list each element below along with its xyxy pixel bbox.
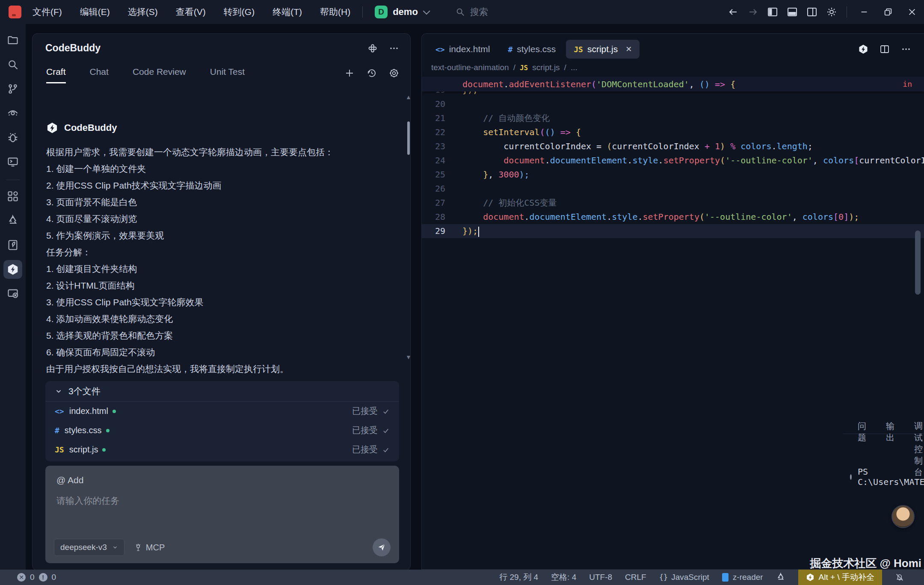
- code-review-eye-icon[interactable]: [3, 104, 22, 123]
- reader-extension[interactable]: z-reader: [722, 573, 763, 582]
- editor-tab-label: index.html: [449, 44, 490, 54]
- breadcrumb-separator: /: [513, 63, 515, 72]
- panel-tab[interactable]: Code Review: [133, 67, 186, 83]
- more-ellipsis-icon[interactable]: [389, 43, 399, 53]
- breadcrumb-more[interactable]: ...: [571, 63, 578, 72]
- source-control-icon[interactable]: [3, 80, 22, 98]
- close-tab-icon[interactable]: ✕: [625, 44, 632, 54]
- bottom-panel: 问题输出调试控制台终端评论: [843, 434, 924, 554]
- debug-bug-icon[interactable]: [3, 128, 22, 147]
- editor-tab[interactable]: JS script.js ✕: [566, 40, 640, 59]
- scroll-up-arrow[interactable]: ▲: [406, 94, 411, 100]
- divider: [847, 6, 847, 18]
- panel-tab[interactable]: Craft: [46, 67, 66, 83]
- extensions-grid-icon[interactable]: [3, 187, 22, 206]
- model-select[interactable]: deepseek-v3: [54, 539, 124, 556]
- avatar[interactable]: [891, 505, 915, 528]
- file-row[interactable]: # styles.css 已接受: [45, 421, 399, 440]
- completion-badge[interactable]: Alt + \ 手动补全: [798, 570, 882, 585]
- eol-setting[interactable]: CRLF: [625, 573, 646, 582]
- explorer-folder-icon[interactable]: [3, 31, 22, 50]
- remote-terminal-icon[interactable]: [3, 153, 22, 171]
- panel-tab[interactable]: Unit Test: [210, 67, 245, 83]
- braces-icon: {}: [659, 573, 668, 582]
- line-number: 21: [422, 111, 445, 125]
- toggle-right-panel-icon[interactable]: [802, 3, 822, 21]
- send-button[interactable]: [373, 538, 391, 556]
- codebuddy-icon[interactable]: [858, 44, 868, 54]
- chat-message-line: 3. 页面背景不能是白色: [46, 198, 390, 207]
- task-composer[interactable]: @ Add 请输入你的任务 deepseek-v3 MCP: [45, 466, 399, 563]
- close-icon[interactable]: [900, 3, 924, 21]
- docs-book-icon[interactable]: [3, 236, 22, 254]
- remote-disconnect-icon[interactable]: [3, 284, 22, 303]
- notifications-muted-bell-icon[interactable]: [895, 573, 904, 582]
- file-row[interactable]: JS script.js 已接受: [45, 440, 399, 459]
- search-label: 搜索: [470, 6, 488, 18]
- line-number: 28: [422, 210, 445, 224]
- settings-gear-icon[interactable]: [822, 3, 841, 21]
- menu-item[interactable]: 转到(G): [224, 6, 255, 18]
- code-line: 25 }, 3000);: [422, 168, 924, 182]
- chat-message-line: 4. 添加动画效果使轮廓动态变化: [46, 314, 390, 324]
- menu-item[interactable]: 选择(S): [128, 6, 158, 18]
- forward-icon[interactable]: [743, 3, 763, 21]
- project-switcher[interactable]: D demo: [375, 6, 428, 18]
- scroll-down-arrow[interactable]: ▼: [406, 354, 411, 360]
- code-editor[interactable]: document.addEventListener('DOMContentLoa…: [422, 77, 924, 419]
- file-name: script.js: [69, 445, 98, 455]
- dock-icon[interactable]: [367, 43, 378, 53]
- menu-item[interactable]: 编辑(E): [80, 6, 110, 18]
- files-card-header[interactable]: 3个文件: [45, 381, 399, 402]
- sticky-scroll-line[interactable]: document.addEventListener('DOMContentLoa…: [422, 77, 924, 92]
- editor-tab-bar: <> index.html # styles.css JS script.js …: [422, 34, 924, 60]
- search-icon[interactable]: [3, 55, 22, 74]
- breadcrumb-folder[interactable]: text-outline-animation: [431, 63, 509, 72]
- history-icon[interactable]: [367, 68, 377, 78]
- menu-item[interactable]: 终端(T): [272, 6, 302, 18]
- settings-gear-icon[interactable]: [389, 68, 399, 78]
- panel-tab[interactable]: Chat: [90, 67, 109, 83]
- indent-setting[interactable]: 空格: 4: [551, 572, 576, 583]
- accepted-check-icon: [382, 446, 390, 454]
- minimize-icon[interactable]: [852, 3, 876, 21]
- codegeex-trefoil-icon[interactable]: [3, 211, 22, 230]
- cursor-position[interactable]: 行 29, 列 4: [499, 572, 538, 583]
- chat-message-line: 由于用户授权我按自己的想法实现，我将直接制定执行计划。: [46, 364, 390, 374]
- chat-message-line: 任务分解：: [46, 248, 390, 257]
- chat-scrollbar[interactable]: [407, 121, 410, 155]
- editor-scrollbar[interactable]: [915, 230, 921, 295]
- file-row[interactable]: <> index.html 已接受: [45, 402, 399, 421]
- breadcrumb[interactable]: text-outline-animation / JS script.js / …: [422, 60, 924, 77]
- codegeex-trefoil-icon[interactable]: [776, 573, 785, 582]
- problems-summary[interactable]: ✕ 0 ! 0: [0, 573, 56, 582]
- split-editor-icon[interactable]: [880, 44, 890, 54]
- modified-dot-icon: [102, 448, 106, 452]
- menu-item[interactable]: 文件(F): [33, 6, 62, 18]
- language-mode[interactable]: {} JavaScript: [659, 573, 709, 582]
- editor-tab[interactable]: <> index.html: [428, 40, 498, 59]
- terminal-prompt: PS C:\Users\MATEBOOK14\Desktop\pro\demo>: [858, 467, 924, 487]
- toggle-bottom-panel-icon[interactable]: [782, 3, 802, 21]
- breadcrumb-separator: /: [564, 63, 566, 72]
- chevron-down-icon: [55, 387, 62, 395]
- new-plus-icon[interactable]: [344, 68, 355, 78]
- panel-tab-strip: CraftChatCode ReviewUnit Test: [33, 56, 410, 83]
- terminal-session-icon: [850, 474, 852, 480]
- more-ellipsis-icon[interactable]: [901, 44, 911, 54]
- add-context-button[interactable]: @ Add: [56, 475, 388, 485]
- mcp-button[interactable]: MCP: [134, 543, 165, 552]
- menu-item[interactable]: 帮助(H): [320, 6, 350, 18]
- editor-tab[interactable]: # styles.css: [500, 40, 563, 59]
- chat-message-line: 4. 页面尽量不滚动浏览: [46, 214, 390, 224]
- encoding[interactable]: UTF-8: [589, 573, 612, 582]
- back-icon[interactable]: [723, 3, 743, 21]
- task-input-placeholder[interactable]: 请输入你的任务: [56, 495, 388, 507]
- codebuddy-icon[interactable]: [3, 260, 22, 279]
- restore-icon[interactable]: [876, 3, 900, 21]
- chat-message-line: 1. 创建项目文件夹结构: [46, 264, 390, 274]
- menu-item[interactable]: 查看(V): [176, 6, 206, 18]
- global-search[interactable]: 搜索: [456, 6, 488, 18]
- breadcrumb-file[interactable]: script.js: [532, 63, 560, 72]
- toggle-left-panel-icon[interactable]: [763, 3, 782, 21]
